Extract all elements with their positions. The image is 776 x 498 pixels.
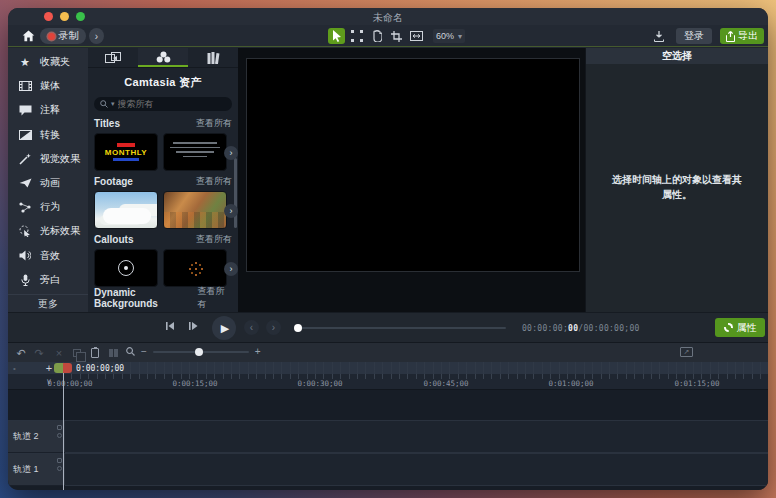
redo-button[interactable]: ↷ [32, 346, 46, 360]
titles-thumbnail-2[interactable] [163, 133, 227, 171]
transform-handles-icon [351, 30, 363, 42]
track-1-lane[interactable] [65, 454, 768, 486]
ruler-label: 0:01:00;00 [548, 379, 593, 388]
ruler-ticks [63, 374, 768, 379]
footage-thumbnail-1[interactable] [94, 191, 158, 229]
scale-tool-button[interactable] [348, 28, 365, 44]
marker-dot-icon[interactable]: • [13, 364, 16, 373]
track-row-2: 轨道 2 [8, 420, 768, 453]
record-button[interactable]: 录制 [40, 28, 86, 44]
playhead-line[interactable] [63, 373, 64, 490]
view-all-link[interactable]: 查看所有 [196, 175, 232, 188]
canvas-zoom-select[interactable]: 60% ▾ [433, 29, 465, 43]
tab-camtasia-assets[interactable] [138, 48, 188, 67]
chevron-right-icon: › [95, 31, 98, 42]
ruler-label: 0:00:45;00 [423, 379, 468, 388]
sidebar-item-label: 音效 [40, 249, 60, 263]
search-input[interactable] [118, 99, 218, 109]
properties-panel: 空选择 选择时间轴上的对象以查看其属性。 [585, 48, 768, 312]
split-button[interactable] [106, 346, 120, 360]
transition-icon [18, 130, 32, 140]
export-button[interactable]: 导出 [720, 28, 764, 44]
sidebar-item-audio-effects[interactable]: 音效 [8, 244, 88, 268]
track-lock-icon[interactable] [57, 425, 62, 430]
scrubber-handle[interactable] [294, 324, 302, 332]
login-button[interactable]: 登录 [676, 28, 712, 44]
track-lock-icon[interactable] [57, 458, 62, 463]
next-clip-button[interactable]: › [266, 320, 281, 335]
chevron-right-icon: › [230, 264, 233, 274]
edit-cursor-tool-button[interactable] [328, 28, 345, 44]
undo-button[interactable]: ↶ [14, 346, 28, 360]
assets-icon [156, 51, 171, 63]
track-1-header[interactable]: 轨道 1 [8, 454, 65, 486]
playback-scrubber[interactable] [296, 327, 506, 329]
footage-next-button[interactable]: › [224, 204, 238, 218]
microphone-icon [18, 274, 32, 286]
fit-to-width-tool-button[interactable] [408, 28, 425, 44]
callouts-next-button[interactable]: › [224, 262, 238, 276]
sidebar-item-favorites[interactable]: ★ 收藏夹 [8, 50, 88, 74]
sidebar-item-visual-effects[interactable]: 视觉效果 [8, 147, 88, 171]
sidebar-item-annotations[interactable]: 注释 [8, 98, 88, 122]
paste-button[interactable] [88, 346, 102, 360]
monthly-title-text: MONTHLY [105, 148, 147, 157]
search-box[interactable]: ▾ [94, 97, 232, 111]
home-icon [22, 30, 35, 42]
view-all-link[interactable]: 查看所有 [198, 285, 232, 311]
record-options-button[interactable]: › [89, 28, 104, 44]
crop-tool-button[interactable] [388, 28, 405, 44]
download-button[interactable] [650, 28, 668, 44]
search-filter-caret-icon[interactable]: ▾ [111, 100, 115, 108]
step-forward-button[interactable] [188, 321, 198, 331]
tab-library[interactable] [188, 48, 238, 67]
crop-icon [391, 31, 402, 42]
track-2-header[interactable]: 轨道 2 [8, 421, 65, 453]
sidebar-item-voice-narration[interactable]: 旁白 [8, 268, 88, 292]
step-forward-icon [188, 321, 198, 331]
pan-tool-button[interactable] [368, 28, 385, 44]
titles-thumbnail-1[interactable]: MONTHLY [94, 133, 158, 171]
star-icon: ★ [18, 56, 32, 69]
preview-canvas[interactable] [246, 58, 580, 272]
sidebar-item-animations[interactable]: 动画 [8, 171, 88, 195]
timeline-ruler[interactable]: 0:00:00;00 0:00:15;00 0:00:30;00 0:00:45… [8, 374, 768, 390]
copy-button[interactable] [70, 346, 84, 360]
zoom-slider-handle[interactable] [195, 348, 203, 356]
sidebar-more-button[interactable]: 更多 [8, 294, 88, 312]
track-visibility-icon[interactable] [57, 466, 62, 471]
step-back-button[interactable] [165, 321, 175, 331]
play-button[interactable]: ▶ [212, 316, 236, 340]
sidebar-item-cursor-effects[interactable]: 光标效果 [8, 219, 88, 243]
sidebar-item-behaviors[interactable]: 行为 [8, 195, 88, 219]
cut-button[interactable]: × [52, 346, 66, 360]
properties-button-label: 属性 [737, 321, 757, 335]
strip-ticks [63, 362, 768, 374]
sidebar-item-transitions[interactable]: 转换 [8, 123, 88, 147]
titles-next-button[interactable]: › [224, 146, 238, 160]
chevron-down-icon: ∨ [46, 377, 52, 386]
detach-timeline-button[interactable]: ↗ [680, 347, 693, 357]
callouts-thumbnail-1[interactable] [94, 249, 158, 287]
view-all-link[interactable]: 查看所有 [196, 233, 232, 246]
timecode-display: 00:00:00;00/00:00:00;00 [522, 324, 640, 333]
timeline-zoom-slider[interactable] [153, 351, 249, 353]
track-visibility-icon[interactable] [57, 433, 62, 438]
footage-thumbnail-2[interactable] [163, 191, 227, 229]
properties-button[interactable]: 属性 [715, 318, 765, 337]
tab-media-bin[interactable] [88, 48, 138, 67]
zoom-in-button[interactable]: + [255, 346, 261, 357]
sidebar-item-media[interactable]: 媒体 [8, 74, 88, 98]
track-2-lane[interactable] [65, 421, 768, 453]
view-all-link[interactable]: 查看所有 [196, 117, 232, 130]
ruler-label: 0:00:15;00 [172, 379, 217, 388]
home-button[interactable] [20, 28, 36, 44]
selection-out-handle[interactable] [63, 363, 72, 373]
circle-callout-dot [124, 266, 128, 270]
callouts-thumbnail-2[interactable] [163, 249, 227, 287]
collapse-tracks-button[interactable]: ∨ [42, 375, 56, 387]
selection-in-handle[interactable] [54, 363, 63, 373]
zoom-out-button[interactable]: − [141, 346, 147, 357]
download-icon [654, 31, 664, 42]
previous-clip-button[interactable]: ‹ [244, 320, 259, 335]
